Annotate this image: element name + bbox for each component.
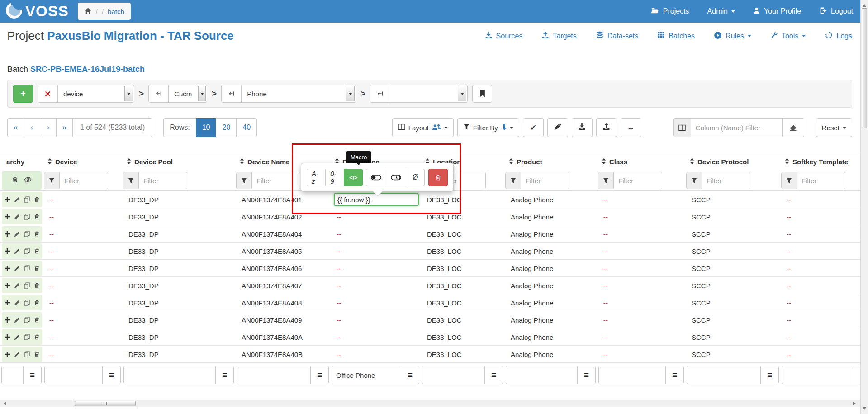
cell-description[interactable]: -- xyxy=(330,247,421,255)
cell-device[interactable]: -- xyxy=(43,282,122,290)
cell-location[interactable]: DE33_LOC xyxy=(421,333,504,341)
bulk-menu-button[interactable]: ≡ xyxy=(215,366,233,384)
cell-softkey_template[interactable]: -- xyxy=(780,230,860,238)
cell-device_pool[interactable]: DE33_DP xyxy=(122,282,235,290)
cell-location[interactable]: DE33_LOC xyxy=(421,213,504,221)
edit-row-icon[interactable] xyxy=(14,197,20,203)
column-name-filter-input[interactable] xyxy=(691,118,783,137)
edit-row-icon[interactable] xyxy=(14,334,20,340)
cell-description[interactable]: -- xyxy=(330,299,421,307)
cell-class[interactable]: -- xyxy=(597,316,685,324)
cell-device[interactable]: -- xyxy=(43,230,122,238)
delete-row-icon[interactable] xyxy=(34,231,40,237)
edit-row-icon[interactable] xyxy=(14,352,20,357)
add-row-icon[interactable] xyxy=(5,317,10,323)
cell-class[interactable]: -- xyxy=(597,247,685,255)
cell-device_pool[interactable]: DE33_DP xyxy=(122,196,235,204)
edit-row-icon[interactable] xyxy=(14,266,20,271)
bulk-edit-input[interactable] xyxy=(687,366,760,384)
empty-select[interactable] xyxy=(390,85,467,102)
delete-row-icon[interactable] xyxy=(34,300,40,306)
home-icon[interactable] xyxy=(84,7,92,16)
bulk-edit-input[interactable] xyxy=(124,366,215,384)
cell-device_name[interactable]: AN00F1374E8A406 xyxy=(235,265,330,272)
edit-row-icon[interactable] xyxy=(14,300,20,306)
cell-device[interactable]: -- xyxy=(43,213,122,221)
copy-row-icon[interactable] xyxy=(24,317,30,323)
cell-device_name[interactable]: AN00F1374E8A409 xyxy=(235,316,330,324)
link-data-sets[interactable]: Data-sets xyxy=(596,31,638,41)
copy-row-icon[interactable] xyxy=(24,282,30,289)
cell-class[interactable]: -- xyxy=(597,230,685,238)
delete-row-icon[interactable] xyxy=(34,317,40,323)
eye-slash-icon[interactable] xyxy=(24,176,32,185)
phone-select[interactable]: Phone xyxy=(242,85,356,102)
bulk-edit-input[interactable] xyxy=(422,366,484,384)
cell-device_protocol[interactable]: SCCP xyxy=(685,333,780,341)
rows-20-button[interactable]: 20 xyxy=(216,118,237,137)
column-header[interactable]: Device Protocol xyxy=(685,158,780,166)
cell-device[interactable]: -- xyxy=(43,351,122,358)
first-page-button[interactable]: « xyxy=(7,118,24,137)
link-batches[interactable]: Batches xyxy=(657,31,695,41)
bulk-edit-input[interactable] xyxy=(506,366,577,384)
breadcrumb-current[interactable]: batch xyxy=(108,8,124,15)
cell-device_protocol[interactable]: SCCP xyxy=(685,351,780,358)
cell-softkey_template[interactable]: -- xyxy=(780,196,860,204)
edit-row-icon[interactable] xyxy=(14,231,20,237)
table-row[interactable]: -- DE33_DP AN00F1374E8A40B -- DE33_LOC A… xyxy=(0,346,860,363)
bulk-edit-input[interactable] xyxy=(45,366,102,384)
cell-device[interactable]: -- xyxy=(43,247,122,255)
bulk-menu-button[interactable]: ≡ xyxy=(665,366,683,384)
cell-softkey_template[interactable]: -- xyxy=(780,213,860,221)
cell-device_protocol[interactable]: SCCP xyxy=(685,196,780,204)
funnel-icon[interactable] xyxy=(123,172,139,189)
cell-product[interactable]: Analog Phone xyxy=(504,316,597,324)
funnel-icon[interactable] xyxy=(237,172,252,189)
nav-logout[interactable]: Logout xyxy=(819,7,853,16)
cell-location[interactable]: DE33_LOC xyxy=(421,351,504,358)
cell-device_name[interactable]: AN00F1374E8A40A xyxy=(235,333,330,341)
column-filter-input[interactable] xyxy=(702,172,750,189)
cell-class[interactable]: -- xyxy=(597,213,685,221)
scroll-right-arrow-icon[interactable] xyxy=(853,402,858,405)
cell-description[interactable]: -- xyxy=(330,265,421,272)
table-row[interactable]: -- DE33_DP AN00F1374E8A408 -- DE33_LOC A… xyxy=(0,294,860,311)
copy-row-icon[interactable] xyxy=(24,351,30,357)
layout-button[interactable]: Layout xyxy=(392,118,454,137)
add-row-icon[interactable] xyxy=(5,231,10,237)
link-targets[interactable]: Targets xyxy=(541,31,576,41)
cell-location[interactable]: DE33_LOC xyxy=(421,282,504,290)
add-row-icon[interactable] xyxy=(5,214,10,219)
funnel-icon[interactable] xyxy=(598,172,614,189)
cell-location[interactable]: DE33_LOC xyxy=(421,299,504,307)
cell-device_name[interactable]: AN00F1374E8A40B xyxy=(235,351,330,358)
column-filter-input[interactable] xyxy=(252,172,300,189)
cell-softkey_template[interactable]: -- xyxy=(780,265,860,272)
delete-row-icon[interactable] xyxy=(34,196,40,203)
cucm-select[interactable]: Cucm xyxy=(169,85,207,102)
cell-location[interactable]: DE33_LOC xyxy=(421,316,504,324)
funnel-icon[interactable] xyxy=(687,172,702,189)
column-header[interactable]: Product xyxy=(504,158,597,166)
vertical-scrollbar-thumb[interactable] xyxy=(862,8,867,128)
copy-row-icon[interactable] xyxy=(24,196,30,203)
last-page-button[interactable]: » xyxy=(56,118,73,137)
cell-product[interactable]: Analog Phone xyxy=(504,213,597,221)
cell-description[interactable]: -- xyxy=(330,213,421,221)
cell-product[interactable]: Analog Phone xyxy=(504,282,597,290)
table-row[interactable]: -- DE33_DP AN00F1374E8A407 -- DE33_LOC A… xyxy=(0,277,860,294)
alpha-sort-button[interactable]: A-z xyxy=(307,169,326,186)
nav-projects[interactable]: Projects xyxy=(650,7,689,16)
cell-product[interactable]: Analog Phone xyxy=(504,230,597,238)
bulk-menu-button[interactable]: ≡ xyxy=(484,366,503,384)
cell-device_protocol[interactable]: SCCP xyxy=(685,213,780,221)
filter-by-button[interactable]: Filter By xyxy=(457,118,519,137)
funnel-icon[interactable] xyxy=(44,172,60,189)
link-sources[interactable]: Sources xyxy=(485,31,523,41)
cell-device_protocol[interactable]: SCCP xyxy=(685,299,780,307)
delete-row-icon[interactable] xyxy=(34,214,40,220)
cell-device[interactable]: -- xyxy=(43,333,122,341)
column-header[interactable]: Device Pool xyxy=(122,158,235,166)
column-header[interactable]: Softkey Template xyxy=(780,158,860,166)
